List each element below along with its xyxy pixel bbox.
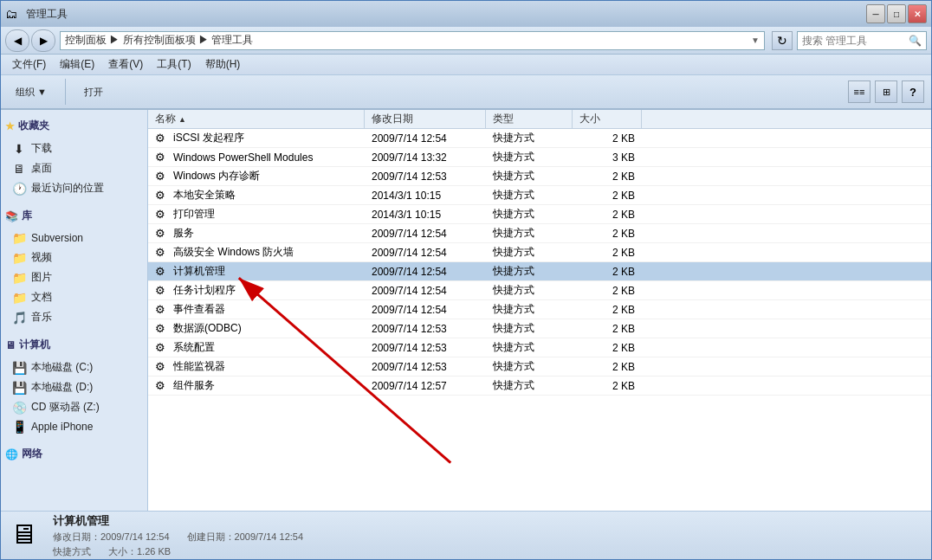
file-size: 2 KB (573, 132, 642, 145)
view-options-button[interactable]: ⊞ (875, 80, 897, 103)
sidebar-item-pictures[interactable]: 📁 图片 (5, 267, 143, 287)
toolbar-separator (65, 79, 66, 105)
file-icon: ⚙ (155, 227, 169, 241)
organize-button[interactable]: 组织 ▼ (8, 82, 55, 102)
docs-folder-icon: 📁 (12, 291, 26, 305)
close-button[interactable]: ✕ (908, 4, 927, 23)
sidebar-item-video[interactable]: 📁 视频 (5, 248, 143, 267)
table-row[interactable]: ⚙ Windows 内存诊断 2009/7/14 12:53 快捷方式 2 KB (148, 167, 931, 186)
search-input[interactable] (802, 35, 909, 47)
table-row[interactable]: ⚙ 数据源(ODBC) 2009/7/14 12:53 快捷方式 2 KB (148, 319, 931, 338)
status-meta: 修改日期：2009/7/14 12:54 创建日期：2009/7/14 12:5… (53, 531, 303, 544)
address-text: 控制面板 ▶ 所有控制面板项 ▶ 管理工具 (65, 33, 751, 48)
table-row[interactable]: ⚙ 系统配置 2009/7/14 12:53 快捷方式 2 KB (148, 338, 931, 357)
library-icon: 📚 (5, 210, 18, 222)
view-details-button[interactable]: ≡≡ (848, 80, 871, 103)
maximize-button[interactable]: □ (887, 4, 906, 23)
sidebar-item-docs[interactable]: 📁 文档 (5, 287, 143, 307)
file-date: 2009/7/14 13:32 (365, 151, 486, 164)
file-name: 性能监视器 (173, 359, 225, 374)
sidebar-item-recent[interactable]: 🕐 最近访问的位置 (5, 178, 143, 198)
file-name: 本地安全策略 (173, 188, 236, 203)
file-size: 2 KB (573, 342, 642, 354)
file-size: 2 KB (573, 209, 642, 221)
file-size: 2 KB (573, 285, 642, 297)
sidebar-item-recent-label: 最近访问的位置 (31, 181, 104, 196)
computer-label: 计算机 (19, 338, 50, 352)
nav-bar: ◀ ▶ 控制面板 ▶ 所有控制面板项 ▶ 管理工具 ▼ ↻ 🔍 (1, 27, 931, 55)
sidebar-item-download-label: 下载 (31, 141, 52, 156)
table-row[interactable]: ⚙ 本地安全策略 2014/3/1 10:15 快捷方式 2 KB (148, 186, 931, 205)
menu-tools[interactable]: 工具(T) (150, 55, 197, 74)
file-date: 2009/7/14 12:54 (365, 304, 486, 316)
file-icon: ⚙ (155, 284, 169, 298)
table-row[interactable]: ⚙ 任务计划程序 2009/7/14 12:54 快捷方式 2 KB (148, 281, 931, 300)
star-icon: ★ (5, 120, 15, 132)
menu-help[interactable]: 帮助(H) (198, 55, 248, 74)
window-title: 管理工具 (26, 7, 68, 22)
forward-button[interactable]: ▶ (31, 29, 55, 52)
file-name: 打印管理 (173, 207, 215, 222)
back-button[interactable]: ◀ (5, 29, 29, 52)
address-bar[interactable]: 控制面板 ▶ 所有控制面板项 ▶ 管理工具 ▼ (60, 31, 765, 50)
file-size: 2 KB (573, 323, 642, 335)
file-pane: 名称 ▲ 修改日期 类型 大小 ⚙ iSCSI 发起程序 (148, 110, 931, 511)
favorites-section: ★ 收藏夹 ⬇ 下载 🖥 桌面 🕐 最近访问的位置 (5, 117, 143, 198)
menu-file[interactable]: 文件(F) (5, 55, 53, 74)
table-row[interactable]: ⚙ 计算机管理 2009/7/14 12:54 快捷方式 2 KB (148, 262, 931, 281)
sidebar-item-desktop[interactable]: 🖥 桌面 (5, 158, 143, 178)
menu-view[interactable]: 查看(V) (101, 55, 150, 74)
table-row[interactable]: ⚙ 性能监视器 2009/7/14 12:53 快捷方式 2 KB (148, 357, 931, 377)
sidebar-item-iphone-label: Apple iPhone (31, 421, 93, 433)
sidebar-item-download[interactable]: ⬇ 下载 (5, 138, 143, 158)
help-button[interactable]: ? (902, 80, 924, 103)
refresh-button[interactable]: ↻ (772, 31, 793, 50)
col-header-type[interactable]: 类型 (486, 110, 573, 128)
file-type: 快捷方式 (486, 169, 573, 183)
file-type: 快捷方式 (486, 207, 573, 222)
menu-bar: 文件(F) 编辑(E) 查看(V) 工具(T) 帮助(H) (1, 55, 931, 75)
file-date: 2009/7/14 12:53 (365, 361, 486, 373)
table-row[interactable]: ⚙ Windows PowerShell Modules 2009/7/14 1… (148, 148, 931, 167)
col-header-size[interactable]: 大小 (573, 110, 642, 128)
open-button[interactable]: 打开 (76, 82, 111, 102)
file-icon: ⚙ (155, 170, 169, 183)
table-row[interactable]: ⚙ iSCSI 发起程序 2009/7/14 12:54 快捷方式 2 KB (148, 129, 931, 148)
video-folder-icon: 📁 (12, 251, 26, 265)
file-type: 快捷方式 (486, 226, 573, 241)
file-list-header: 名称 ▲ 修改日期 类型 大小 (148, 110, 931, 129)
status-modified: 修改日期：2009/7/14 12:54 (53, 531, 170, 544)
file-name: 事件查看器 (173, 302, 225, 317)
table-row[interactable]: ⚙ 高级安全 Windows 防火墙 2009/7/14 12:54 快捷方式 … (148, 243, 931, 262)
drive-c-icon: 💾 (12, 361, 26, 375)
file-date: 2014/3/1 10:15 (365, 209, 486, 221)
file-size: 2 KB (573, 304, 642, 316)
file-name: 数据源(ODBC) (173, 321, 242, 336)
file-size: 3 KB (573, 151, 642, 164)
file-date: 2009/7/14 12:53 (365, 171, 486, 183)
sidebar-item-music[interactable]: 🎵 音乐 (5, 307, 143, 327)
search-bar[interactable]: 🔍 (797, 31, 927, 50)
desktop-icon: 🖥 (12, 162, 26, 176)
sidebar-item-subversion[interactable]: 📁 Subversion (5, 229, 143, 248)
file-date: 2009/7/14 12:54 (365, 285, 486, 297)
folder-icon: 📁 (12, 231, 26, 245)
col-date-label: 修改日期 (372, 112, 413, 126)
col-header-date[interactable]: 修改日期 (365, 110, 486, 128)
network-label: 网络 (22, 447, 42, 461)
sidebar-item-cd-drive[interactable]: 💿 CD 驱动器 (Z:) (5, 397, 143, 417)
sidebar-item-iphone[interactable]: 📱 Apple iPhone (5, 417, 143, 436)
open-label: 打开 (84, 86, 103, 99)
table-row[interactable]: ⚙ 事件查看器 2009/7/14 12:54 快捷方式 2 KB (148, 300, 931, 319)
minimize-button[interactable]: ─ (866, 4, 885, 23)
col-header-name[interactable]: 名称 ▲ (148, 110, 365, 128)
table-row[interactable]: ⚙ 服务 2009/7/14 12:54 快捷方式 2 KB (148, 224, 931, 243)
menu-edit[interactable]: 编辑(E) (53, 55, 101, 74)
file-type: 快捷方式 (486, 264, 573, 279)
sidebar-item-drive-c[interactable]: 💾 本地磁盘 (C:) (5, 357, 143, 377)
table-row[interactable]: ⚙ 打印管理 2014/3/1 10:15 快捷方式 2 KB (148, 205, 931, 224)
table-row[interactable]: ⚙ 组件服务 2009/7/14 12:57 快捷方式 2 KB (148, 377, 931, 396)
sort-arrow-icon: ▲ (178, 115, 186, 124)
sidebar-item-drive-d[interactable]: 💾 本地磁盘 (D:) (5, 377, 143, 397)
file-type: 快捷方式 (486, 302, 573, 317)
